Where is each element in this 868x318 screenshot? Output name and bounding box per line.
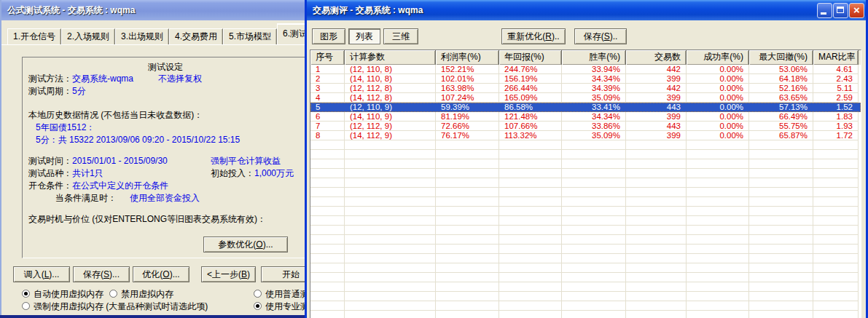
table-cell [345,178,436,188]
table-cell [562,169,626,178]
table-row-4[interactable]: 4(14, 112, 8)107.24%165.09%35.09%3990.00… [310,93,861,103]
open-cond-value[interactable]: 在公式中定义的开仓条件 [72,180,168,191]
radio-force-virtual-memory[interactable] [22,302,30,310]
column-header-5[interactable]: 胜率(%) [562,50,626,65]
table-cell: 66.49% [749,112,813,122]
table-cell: 0.00% [687,122,749,131]
column-header-7[interactable]: 成功率(%) [687,50,749,65]
table-cell [749,263,813,273]
method-value[interactable]: 交易系统-wqma [72,73,133,84]
table-cell [436,188,499,197]
column-header-2[interactable]: 计算参数 [345,50,436,65]
table-cell [499,169,562,178]
optimize-button[interactable]: 优化(O)... [133,266,189,282]
load-button[interactable]: 调入(L)... [13,266,70,282]
graph-view-button[interactable]: 图形 [312,28,345,44]
radio-normal-report-label[interactable]: 使用普通测 [265,288,307,301]
radio-pro-report[interactable] [254,302,262,310]
table-cell [499,292,562,301]
radio-disable-virtual-memory[interactable] [109,290,117,298]
left-title-bar[interactable]: 公式测试系统 - 交易系统 : wqma [1,0,305,20]
table-cell [813,235,859,245]
left-window-title: 公式测试系统 - 交易系统 : wqma [7,0,135,20]
table-row-1[interactable]: 1(12, 110, 8)152.21%244.76%33.94%4420.00… [310,65,861,74]
tab-test[interactable]: 6.测试 [277,23,307,44]
table-cell [626,150,687,159]
invest-value[interactable]: 1,000万元 [254,168,294,178]
table-cell: 2.43 [813,74,859,84]
radio-disable-virtual-memory-label[interactable]: 禁用虚拟内存 [121,288,173,301]
save-button[interactable]: 保存(S)... [73,266,130,282]
table-row-2[interactable]: 2(14, 110, 8)102.01%156.19%34.34%3990.00… [310,74,861,84]
table-cell [562,159,626,169]
table-cell: 1.72 [813,131,859,140]
table-cell [345,169,436,178]
period-value[interactable]: 5分 [72,86,86,96]
reoptimize-button[interactable]: 重新优化(R).. [501,28,566,44]
tab-open-signal[interactable]: 1.开仓信号 [7,28,61,44]
table-cell [345,282,436,292]
open-cond-line: 开仓条件：在公式中定义的开仓条件 [28,180,168,192]
table-cell [749,216,813,226]
table-cell: 442 [626,84,687,93]
back-button[interactable]: <上一步(B) [201,266,256,282]
radio-force-virtual-memory-label[interactable]: 强制使用虚拟内存 (大量品种测试时请选此项) [34,301,208,313]
table-row-6[interactable]: 6(14, 110, 9)81.19%121.48%34.34%3990.00%… [310,112,861,122]
list-view-button[interactable]: 列表 [348,28,380,44]
table-row-5[interactable]: 5(12, 110, 9)59.39%86.58%33.41%4430.00%5… [310,103,861,112]
table-row-3[interactable]: 3(12, 112, 8)163.98%266.44%34.39%4420.00… [310,84,861,93]
start-button[interactable]: 开始 [261,266,307,282]
threed-view-button[interactable]: 三维 [383,28,418,44]
table-cell [562,273,626,282]
table-cell [626,282,687,292]
force-close-link[interactable]: 强制平仓计算收益 [211,155,281,167]
table-cell [749,301,813,311]
table-row-7[interactable]: 7(12, 112, 9)72.66%107.66%33.86%4430.00%… [310,122,861,131]
radio-normal-report[interactable] [254,290,262,298]
table-empty-row [310,197,861,207]
table-cell [562,150,626,159]
column-header-6[interactable]: 交易数 [626,50,687,65]
variety-value[interactable]: 共计1只 [72,168,103,178]
table-cell [687,159,749,169]
radio-auto-virtual-memory-label[interactable]: 自动使用虚拟内存 [34,288,103,301]
radio-pro-report-label[interactable]: 使用专业测 [265,301,307,313]
table-cell [562,207,626,216]
radio-auto-virtual-memory[interactable] [22,290,30,298]
table-cell [499,188,562,197]
minimize-button[interactable] [817,3,832,18]
tab-market-model[interactable]: 5.市场模型 [223,28,277,44]
table-body: 1(12, 110, 8)152.21%244.76%33.94%4420.00… [310,65,861,318]
column-header-1[interactable]: 序号 [310,50,345,65]
adjust-rights-link[interactable]: 不选择复权 [158,73,202,84]
table-cell: 0.00% [687,84,749,93]
local-data-header: 本地历史数据情况 (不包括当日未收盘数据)： [28,109,203,122]
cond-met-value[interactable]: 使用全部资金投入 [130,193,200,203]
column-header-3[interactable]: 利润率(%) [436,50,499,65]
column-header-9[interactable]: MAR比率 [813,50,859,65]
table-cell: 399 [626,112,687,122]
table-cell [499,140,562,150]
table-cell [749,226,813,235]
column-header-8[interactable]: 最大回撤(%) [749,50,813,65]
tab-trade-cost[interactable]: 4.交易费用 [169,28,223,44]
table-cell [687,273,749,282]
right-title-bar[interactable]: 交易测评 - 交易系统 : wqma × [307,0,866,20]
tab-entry-rules[interactable]: 2.入场规则 [61,28,115,44]
tab-exit-rules[interactable]: 3.出场规则 [115,28,169,44]
table-cell: 59.39% [436,103,499,112]
method-line: 测试方法：交易系统-wqma不选择复权 [28,73,202,85]
table-cell [310,197,345,207]
table-cell: 8 [310,131,345,140]
table-row-8[interactable]: 8(14, 112, 9)76.17%113.32%35.09%3990.00%… [310,131,861,140]
close-button[interactable]: × [849,3,864,18]
param-optimize-button[interactable]: 参数优化(O)... [203,236,288,253]
time-value[interactable]: 2015/01/01 - 2015/09/30 [72,156,168,166]
maximize-button[interactable] [833,3,848,18]
save-results-button[interactable]: 保存(S).. [574,28,627,44]
table-empty-row [310,188,861,197]
table-cell: 5.11 [813,84,859,93]
table-cell [310,188,345,197]
column-header-4[interactable]: 年回报(%) [499,50,562,65]
tab-strip-baseline [1,44,307,45]
